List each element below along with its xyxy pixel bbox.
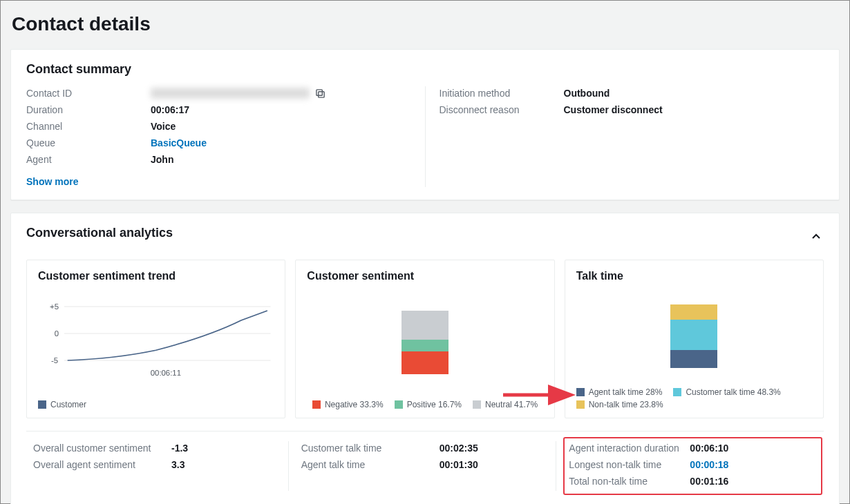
legend-neutral: Neutral 41.7% xyxy=(473,400,538,409)
agent-label: Agent xyxy=(26,153,151,166)
contact-summary-panel: Contact summary Contact ID Duration 00:0… xyxy=(10,49,840,200)
legend-agent-talk: Agent talk time 28% xyxy=(576,387,663,397)
longest-non-talk-link[interactable]: 00:00:18 xyxy=(690,458,728,472)
longest-non-talk-time: Longest non-talk time 00:00:18 xyxy=(569,458,817,472)
disconnect-reason-value: Customer disconnect xyxy=(564,103,663,117)
initiation-method-label: Initiation method xyxy=(440,86,564,100)
metrics-row: Overall customer sentiment -1.3 Overall … xyxy=(26,431,824,491)
channel-row: Channel Voice xyxy=(26,119,411,133)
sentiment-trend-chart: +5 0 -5 00:06:11 xyxy=(38,289,274,396)
sentiment-trend-title: Customer sentiment trend xyxy=(38,270,274,282)
queue-row: Queue BasicQueue xyxy=(26,136,411,150)
overall-customer-sentiment: Overall customer sentiment -1.3 xyxy=(33,441,281,455)
talk-time-card: Talk time Agent talk time 28% Customer t… xyxy=(565,260,824,418)
y-tick-minus5: -5 xyxy=(51,357,58,365)
segment-customer-talk xyxy=(670,320,717,350)
disconnect-reason-label: Disconnect reason xyxy=(440,103,564,117)
initiation-method-value: Outbound xyxy=(564,86,610,100)
talk-time-chart xyxy=(576,289,812,383)
customer-talk-time-metric: Customer talk time 00:02:35 xyxy=(301,441,549,455)
svg-rect-1 xyxy=(317,89,322,95)
summary-right-column: Initiation method Outbound Disconnect re… xyxy=(426,86,824,187)
segment-negative xyxy=(402,351,448,374)
agent-value: John xyxy=(151,153,173,166)
contact-id-value-redacted xyxy=(151,88,310,99)
svg-rect-0 xyxy=(319,91,324,97)
customer-sentiment-legend: Negative 33.3% Positive 16.7% Neutral 41… xyxy=(307,400,542,409)
disconnect-reason-row: Disconnect reason Customer disconnect xyxy=(440,103,824,117)
legend-customer-talk: Customer talk time 48.3% xyxy=(673,387,780,397)
customer-sentiment-card: Customer sentiment Negative 33.3% Positi… xyxy=(295,260,554,418)
talk-time-legend: Agent talk time 28% Customer talk time 4… xyxy=(576,387,812,409)
legend-non-talk: Non-talk time 23.8% xyxy=(576,400,663,409)
channel-value: Voice xyxy=(151,119,176,133)
show-more-link[interactable]: Show more xyxy=(26,176,78,187)
duration-label: Duration xyxy=(26,103,151,117)
collapse-icon[interactable] xyxy=(809,229,824,246)
duration-row: Duration 00:06:17 xyxy=(26,103,411,117)
total-non-talk-time: Total non-talk time 00:01:16 xyxy=(569,474,817,488)
metrics-col-2: Customer talk time 00:02:35 Agent talk t… xyxy=(288,441,556,491)
legend-positive: Positive 16.7% xyxy=(395,400,462,409)
initiation-method-row: Initiation method Outbound xyxy=(440,86,824,100)
y-tick-plus5: +5 xyxy=(50,303,59,311)
duration-value: 00:06:17 xyxy=(151,103,189,117)
contact-id-label: Contact ID xyxy=(26,86,151,100)
queue-link[interactable]: BasicQueue xyxy=(151,136,207,150)
conversational-analytics-panel: Conversational analytics Customer sentim… xyxy=(10,213,840,504)
y-tick-zero: 0 xyxy=(55,330,59,338)
overall-agent-sentiment: Overall agent sentiment 3.3 xyxy=(33,458,281,472)
channel-label: Channel xyxy=(26,119,151,133)
contact-summary-heading: Contact summary xyxy=(26,62,824,77)
page-title: Contact details xyxy=(12,13,840,35)
customer-sentiment-chart xyxy=(307,289,542,396)
agent-interaction-duration: Agent interaction duration 00:06:10 xyxy=(569,441,817,455)
customer-sentiment-title: Customer sentiment xyxy=(307,270,542,282)
highlight-annotation: Agent interaction duration 00:06:10 Long… xyxy=(563,437,822,495)
segment-neutral xyxy=(402,311,448,340)
metrics-col-3: Agent interaction duration 00:06:10 Long… xyxy=(556,441,824,491)
talk-time-title: Talk time xyxy=(576,270,812,282)
queue-label: Queue xyxy=(26,136,151,150)
summary-left-column: Contact ID Duration 00:06:17 Channel Voi… xyxy=(26,86,426,187)
agent-row: Agent John xyxy=(26,153,411,166)
segment-agent-talk xyxy=(670,350,717,368)
sentiment-trend-legend: Customer xyxy=(38,400,274,409)
segment-non-talk xyxy=(670,304,717,320)
agent-talk-time-metric: Agent talk time 00:01:30 xyxy=(301,458,549,472)
metrics-col-1: Overall customer sentiment -1.3 Overall … xyxy=(26,441,288,491)
copy-icon[interactable] xyxy=(315,88,325,99)
sentiment-trend-card: Customer sentiment trend +5 0 -5 00:06:1… xyxy=(26,260,285,418)
legend-customer: Customer xyxy=(38,400,86,409)
segment-positive xyxy=(402,340,448,351)
legend-negative: Negative 33.3% xyxy=(312,400,384,409)
contact-id-row: Contact ID xyxy=(26,86,411,100)
x-axis-label: 00:06:11 xyxy=(151,369,181,376)
conversational-analytics-heading: Conversational analytics xyxy=(26,226,173,240)
